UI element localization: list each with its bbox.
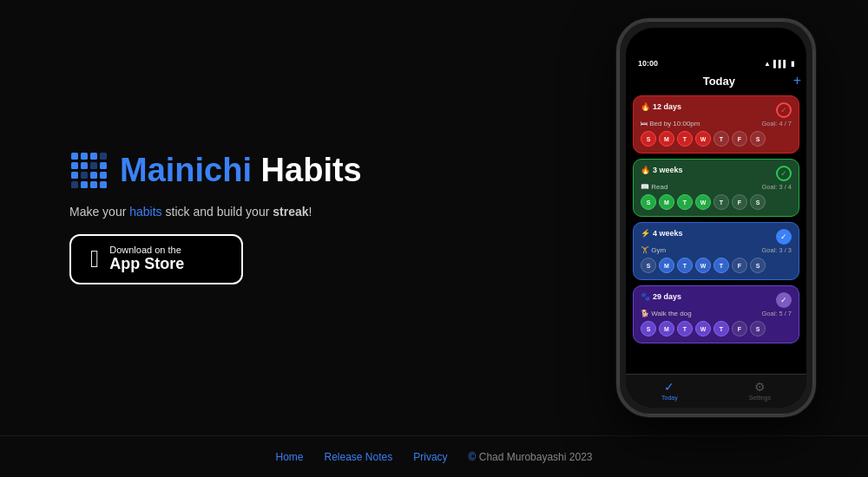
brand-row: Mainichi Habits (69, 151, 362, 189)
day-W-1: W (695, 131, 711, 147)
day-T-1: T (677, 131, 693, 147)
day-Sa-1: S (750, 131, 766, 147)
day-M-3: M (659, 258, 674, 273)
today-tab-label: Today (661, 395, 678, 401)
day-F-3: F (732, 258, 747, 273)
footer-link-release-notes[interactable]: Release Notes (325, 451, 393, 463)
tagline-suffix: stick and build your (162, 205, 273, 219)
paw-icon-4: 🐾 (641, 292, 650, 301)
day-Th-3: T (713, 258, 729, 273)
tagline-highlight: habits (129, 205, 161, 219)
day-Th-1: T (713, 131, 729, 147)
habit-goal-4: Goal: 5 / 7 (761, 310, 792, 317)
day-M-1: M (659, 131, 674, 147)
phone-shell: 10:00 ▲ ▌▌▌ ▮ Today + (616, 18, 816, 417)
day-S-3: S (641, 258, 656, 273)
add-habit-button[interactable]: + (793, 73, 801, 88)
day-S-2: S (641, 194, 656, 210)
screen-header: Today + (626, 68, 806, 95)
svg-rect-1 (81, 153, 88, 160)
day-T-2: T (677, 194, 693, 210)
flame-icon-2: 🔥 (641, 166, 650, 174)
habit-goal-1: Goal: 4 / 7 (761, 120, 792, 127)
status-bar: 10:00 ▲ ▌▌▌ ▮ (626, 56, 806, 68)
appstore-button[interactable]:  Download on the App Store (69, 234, 243, 284)
brand-mainichi: Mainichi (120, 152, 252, 188)
footer-link-home[interactable]: Home (275, 451, 303, 463)
brand-icon (69, 151, 108, 189)
left-section: Mainichi Habits Make your habits stick a… (69, 151, 362, 284)
status-icons: ▲ ▌▌▌ ▮ (764, 60, 794, 68)
day-W-4: W (695, 321, 711, 337)
habit-card-3: ⚡ 4 weeks ✓ 🏋 Gym Goal: 3 / 3 S M (633, 222, 799, 280)
day-W-2: W (695, 194, 711, 210)
habit-goal-2: Goal: 3 / 4 (761, 183, 792, 191)
tab-settings[interactable]: ⚙ Settings (749, 380, 771, 401)
footer-link-privacy[interactable]: Privacy (413, 451, 447, 463)
habit-goal-3: Goal: 3 / 3 (761, 246, 792, 254)
main-content: Mainichi Habits Make your habits stick a… (0, 0, 868, 435)
habit-card-4: 🐾 29 days ✓ 🐕 Walk the dog Goal: 5 / 7 S… (633, 285, 799, 343)
svg-rect-7 (100, 162, 107, 169)
habit-name-4: 🐕 Walk the dog (641, 310, 692, 317)
svg-rect-4 (71, 162, 78, 169)
day-S-1: S (641, 131, 656, 147)
svg-rect-6 (90, 162, 97, 169)
tagline-prefix: Make your (69, 205, 129, 219)
tab-today[interactable]: ✓ Today (661, 380, 678, 401)
svg-rect-13 (81, 181, 88, 188)
day-W-3: W (695, 258, 711, 273)
dynamic-island (681, 36, 751, 56)
habit-streak-2: 🔥 3 weeks (641, 166, 683, 174)
phone-mockup: 10:00 ▲ ▌▌▌ ▮ Today + (616, 18, 816, 417)
day-F-1: F (732, 131, 747, 147)
svg-rect-8 (71, 172, 78, 179)
brand-habits: Habits (252, 152, 362, 188)
svg-rect-11 (100, 172, 107, 179)
brand-title: Mainichi Habits (120, 152, 362, 189)
settings-tab-icon: ⚙ (754, 380, 766, 394)
status-time: 10:00 (638, 59, 658, 68)
day-M-2: M (659, 194, 674, 210)
screen-title: Today (645, 75, 793, 88)
habit-card-1: 🔥 12 days ✓ 🛏 Bed by 10:00pm Goal: 4 / 7… (633, 95, 799, 154)
svg-rect-2 (90, 153, 97, 160)
footer: Home Release Notes Privacy © Chad Muroba… (0, 435, 868, 477)
day-S-4: S (641, 321, 656, 337)
habit-check-2[interactable]: ✓ (776, 166, 792, 181)
habit-check-1[interactable]: ✓ (776, 102, 792, 118)
apple-icon:  (90, 247, 99, 271)
phone-screen: 10:00 ▲ ▌▌▌ ▮ Today + (626, 28, 806, 408)
habit-check-3[interactable]: ✓ (776, 229, 792, 245)
appstore-big-text: App Store (109, 255, 184, 274)
habit-streak-3: ⚡ 4 weeks (641, 229, 683, 238)
settings-tab-label: Settings (749, 395, 771, 401)
appstore-small-text: Download on the (109, 245, 184, 255)
habit-check-4[interactable]: ✓ (776, 292, 792, 308)
days-row-1: S M T W T F S (641, 131, 792, 147)
day-T-4: T (677, 321, 693, 337)
today-tab-icon: ✓ (664, 380, 674, 394)
svg-rect-9 (81, 172, 88, 179)
flame-icon-1: 🔥 (641, 102, 650, 111)
day-M-4: M (659, 321, 674, 337)
svg-rect-12 (71, 181, 78, 188)
habit-streak-4: 🐾 29 days (641, 292, 681, 301)
svg-rect-5 (81, 162, 88, 169)
days-row-3: S M T W T F S (641, 258, 792, 273)
wifi-icon: ▲ (764, 60, 771, 68)
tagline: Make your habits stick and build your st… (69, 205, 362, 219)
habit-name-2: 📖 Read (641, 183, 667, 191)
battery-icon: ▮ (791, 60, 794, 68)
habit-streak-1: 🔥 12 days (641, 102, 681, 111)
svg-rect-0 (71, 153, 78, 160)
days-row-4: S M T W T F S (641, 321, 792, 337)
flame-icon-3: ⚡ (641, 229, 650, 238)
tab-bar: ✓ Today ⚙ Settings (626, 374, 806, 408)
day-Th-2: T (713, 194, 729, 210)
habits-list: 🔥 12 days ✓ 🛏 Bed by 10:00pm Goal: 4 / 7… (626, 95, 806, 343)
day-Sa-2: S (750, 194, 766, 210)
habit-card-2: 🔥 3 weeks ✓ 📖 Read Goal: 3 / 4 S M (633, 159, 799, 217)
copyright-symbol: © (469, 451, 477, 463)
signal-icon: ▌▌▌ (773, 60, 788, 68)
